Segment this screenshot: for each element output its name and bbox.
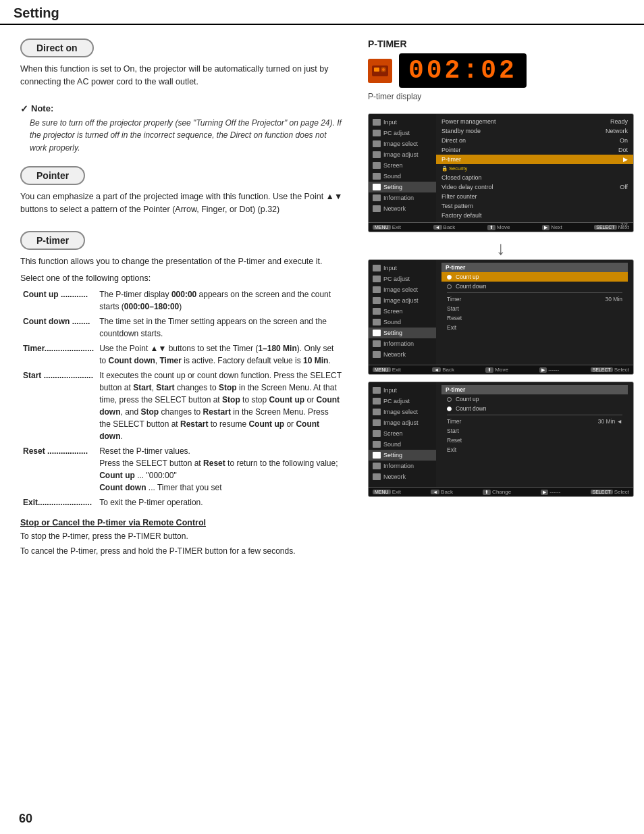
svg-point-3 [382,68,385,71]
option-name-timer: Timer...................... [20,341,97,368]
submenu-title-2: P-timer [441,263,628,272]
option-start: Start ...................... It executes… [20,368,344,444]
menu-row-power: Power managementReady [441,117,628,126]
option-timer: Timer...................... Use the Poin… [20,341,344,368]
page-number: 60 [19,812,32,826]
s2-sound: Sound [369,317,436,328]
menu-row-standby: Standby modeNetwork [441,126,628,136]
note-text: Be sure to turn off the projector proper… [20,117,344,155]
screen-mock-3: Input PC adjust Image select Image adjus… [368,382,634,497]
screen-submenu-3: P-timer Count up Count down Timer30 Min … [436,382,633,487]
footer-exit-3: MENU Exit [373,489,401,495]
footer-move-2: ⬆ Move [485,367,508,373]
s2-imageadjust: Image adjust [369,295,436,306]
option-reset: Reset .................. Reset the P-tim… [20,444,344,495]
footer-select-2: SELECT Select [591,367,629,373]
pointer-description: You can emphasize a part of the projecte… [20,190,344,216]
s2-pcadjust: PC adjust [369,273,436,284]
option-name-start: Start ...................... [20,368,97,444]
screen-main-1: Power managementReady Standby modeNetwor… [436,114,633,222]
footer-next-2: ▶ ------ [539,367,559,373]
ptimer-options-table: Count up ............ The P-timer displa… [20,287,344,510]
menu-row-pointer: PointerDot [441,145,628,155]
submenu-reset-3: Reset [441,436,628,445]
footer-move-1: ⬆ Move [487,224,510,230]
option-name-reset: Reset .................. [20,444,97,495]
timer-svg-icon [371,61,390,80]
svg-rect-1 [374,68,379,72]
s3-network: Network [369,471,436,482]
sidebar-item-sound: Sound [369,171,436,182]
sidebar-item-screen: Screen [369,160,436,171]
submenu-start-3: Start [441,426,628,436]
screen-sidebar-3: Input PC adjust Image select Image adjus… [369,382,436,487]
option-desc-exit: To exit the P-timer operation. [97,495,344,510]
s3-sound: Sound [369,439,436,450]
footer-next-3: ▶ ------ [541,489,560,495]
submenu-exit-3: Exit [441,445,628,454]
footer-back-2: ◄ Back [432,367,454,373]
pointer-button[interactable]: Pointer [20,166,85,185]
arrow-down-icon: ↓ [368,239,634,258]
screen-sidebar-2: Input PC adjust Image select Image adjus… [369,260,436,365]
option-count-down: Count down ........ The time set in the … [20,314,344,341]
submenu-option-countdown-3: Count down [441,404,628,413]
s3-imageselect: Image select [369,407,436,417]
ptimer-button[interactable]: P-timer [20,231,85,250]
footer-change-3: ⬆ Change [483,489,511,495]
information-icon [373,194,381,201]
menu-row-factory: Factory default [441,211,628,220]
stop-cancel-heading: Stop or Cancel the P-timer via Remote Co… [20,518,344,527]
menu-row-testpattern: Test pattern [441,201,628,211]
ptimer-icon [368,59,392,83]
direct-on-button[interactable]: Direct on [20,38,94,57]
screen-footer-2: MENU Exit ◄ Back ⬆ Move ▶ ------ SELECT … [369,365,633,374]
option-desc-count-down: The time set in the Timer setting appear… [97,314,344,341]
submenu-timer-2: Timer30 Min [441,294,628,304]
pcadjust-icon [373,130,381,136]
divider-3 [447,415,622,415]
option-name-exit: Exit........................ [20,495,97,510]
screen-inner-2: Input PC adjust Image select Image adjus… [369,260,633,365]
input-icon [373,119,381,126]
ptimer-section: P-timer This function allows you to chan… [20,231,344,558]
ptimer-display-caption: P-timer display [368,92,634,101]
sidebar-item-imageadjust: Image adjust [369,149,436,160]
radio-countdown-3 [447,407,452,411]
screen-mock-2: Input PC adjust Image select Image adjus… [368,259,634,375]
checkmark-icon: ✓ [20,103,28,114]
s2-screen: Screen [369,306,436,317]
page-header: Setting [0,0,644,25]
option-desc-start: It executes the count up or count down f… [97,368,344,444]
sidebar-item-network: Network [369,203,436,214]
menu-row-directon: Direct onOn [441,136,628,145]
divider-2 [447,292,622,293]
network-icon [373,205,381,212]
setting-icon [373,184,381,190]
page-title: Setting [14,5,59,21]
menu-row-videodelay: Video delay controlOff [441,182,628,192]
option-count-up: Count up ............ The P-timer displa… [20,287,344,314]
note-box: ✓ Note: Be sure to turn off the projecto… [20,103,344,155]
submenu-title-3: P-timer [441,385,628,394]
footer-back-1: ◄ Back [433,224,456,230]
option-desc-count-up: The P-timer display 000:00 appears on th… [97,287,344,314]
radio-countdown-2 [447,284,452,289]
sound-icon [373,173,381,180]
radio-countup-3 [447,397,452,402]
footer-exit-1: MENU Exit [373,224,401,230]
s3-imageadjust: Image adjust [369,417,436,428]
submenu-option-countup-2: Count up [441,272,628,282]
footer-select-1: SELECT Next [594,224,629,230]
stop-text2: To cancel the P-timer, press and hold th… [20,545,344,557]
sidebar-item-pcadjust: PC adjust [369,128,436,138]
screen-footer-3: MENU Exit ◄ Back ⬆ Change ▶ ------ SELEC… [369,487,633,496]
s3-screen: Screen [369,428,436,439]
imageselect-icon [373,140,381,147]
screen-mock-1: Input PC adjust Image select Image adjus… [368,113,634,232]
option-name-count-up: Count up ............ [20,287,97,314]
stop-text1: To stop the P-timer, press the P-TIMER b… [20,530,344,542]
option-exit: Exit........................ To exit the… [20,495,344,510]
footer-back-3: ◄ Back [431,489,453,495]
right-column: P-TIMER 002:02 P-timer display [358,32,644,579]
